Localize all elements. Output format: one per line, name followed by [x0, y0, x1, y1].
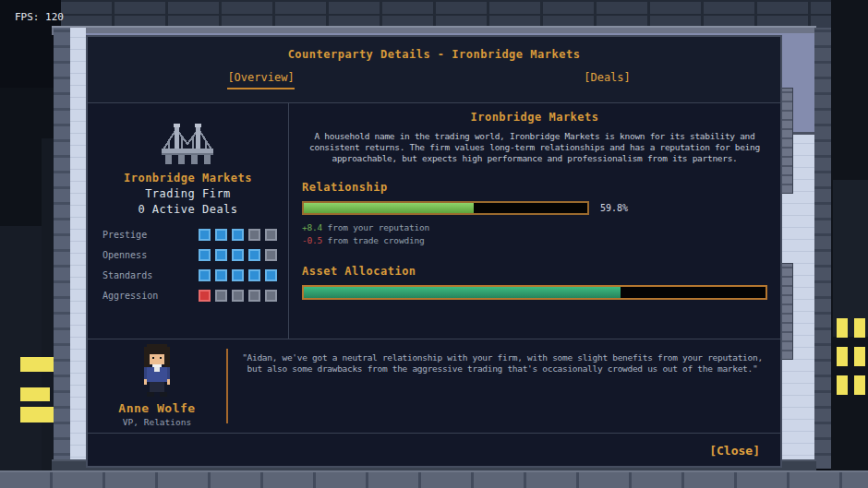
stat-square	[265, 290, 277, 302]
stat-square	[265, 229, 277, 241]
lit-window	[837, 347, 848, 366]
tab-deals-label: [Deals]	[584, 71, 631, 88]
firm-panel: Ironbridge Markets Trading Firm 0 Active…	[88, 103, 289, 339]
stat-square	[232, 229, 244, 241]
modal-title: Counterparty Details - Ironbridge Market…	[88, 37, 780, 61]
relationship-percent: 59.8%	[600, 203, 628, 213]
close-button[interactable]: [Close]	[704, 443, 766, 458]
tab-deals[interactable]: [Deals]	[434, 71, 780, 89]
stat-row-standards: Standards	[88, 269, 288, 281]
stat-square	[248, 290, 260, 302]
stat-square	[248, 269, 260, 281]
overview-panel: Ironbridge Markets A household name in t…	[289, 103, 780, 339]
lit-window	[20, 387, 50, 401]
lit-window	[20, 407, 54, 423]
stat-square	[215, 290, 227, 302]
lit-window	[837, 375, 848, 395]
modal-footer: [Close]	[88, 433, 780, 468]
overview-heading: Ironbridge Markets	[302, 111, 767, 124]
relationship-bar-fill	[304, 203, 474, 213]
brick-pillar-right	[814, 28, 833, 469]
stat-square	[248, 229, 260, 241]
tab-overview[interactable]: [Overview]	[88, 71, 434, 89]
stat-square	[199, 269, 211, 281]
tab-overview-label: [Overview]	[227, 71, 294, 89]
fps-counter: FPS: 120	[15, 11, 64, 23]
counterparty-details-modal: Counterparty Details - Ironbridge Market…	[86, 35, 782, 468]
stat-label: Standards	[102, 270, 152, 280]
lit-window	[854, 375, 865, 395]
stat-squares	[194, 249, 277, 261]
stat-label: Openness	[102, 250, 147, 260]
modifier-reputation: +8.4 from your reputation	[302, 222, 767, 232]
bridge-icon	[158, 116, 219, 166]
stat-squares	[194, 290, 277, 302]
brick-wall-bottom	[0, 470, 868, 488]
modifier-value: +8.4	[302, 222, 322, 232]
stat-square	[215, 229, 227, 241]
stat-square	[232, 249, 244, 261]
stat-square	[232, 290, 244, 302]
relationship-bar	[302, 201, 589, 215]
window-blind-right	[780, 88, 793, 194]
stat-squares	[194, 229, 277, 241]
advisor-card: Anne Wolfe VP, Relations	[88, 339, 226, 433]
stat-row-openness: Openness	[88, 249, 288, 261]
interior-wall-left	[70, 28, 86, 469]
asset-allocation-bar-row	[302, 285, 767, 300]
stat-row-aggression: Aggression	[88, 290, 288, 302]
stat-square	[199, 249, 211, 261]
modal-header: Counterparty Details - Ironbridge Market…	[88, 37, 780, 103]
relationship-bar-row: 59.8%	[302, 201, 767, 215]
asset-allocation-bar	[302, 285, 767, 300]
tab-bar: [Overview] [Deals]	[88, 71, 780, 89]
stat-label: Prestige	[102, 230, 147, 240]
advisor-name: Anne Wolfe	[118, 401, 195, 415]
advisor-quote: "Aidan, we've got a neutral relationship…	[228, 339, 780, 433]
lit-window	[854, 318, 865, 338]
stat-squares	[194, 269, 277, 281]
stat-square	[265, 249, 277, 261]
firm-name: Ironbridge Markets	[88, 172, 288, 184]
modifier-text: from your reputation	[328, 222, 429, 232]
stat-square	[248, 249, 260, 261]
modifier-text: from trade crowding	[328, 235, 425, 245]
asset-allocation-heading: Asset Allocation	[302, 265, 767, 278]
modal-body: Ironbridge Markets Trading Firm 0 Active…	[88, 103, 780, 339]
firm-type: Trading Firm	[88, 187, 288, 200]
advisor-title: VP, Relations	[123, 417, 191, 427]
advisor-section: Anne Wolfe VP, Relations "Aidan, we've g…	[88, 339, 780, 433]
modifier-trade-crowding: -0.5 from trade crowding	[302, 235, 767, 245]
stat-square	[232, 269, 244, 281]
stat-square	[265, 269, 277, 281]
city-building	[833, 180, 868, 337]
asset-allocation-bar-fill	[304, 287, 621, 298]
stat-label: Aggression	[102, 291, 158, 301]
window-blind-right	[780, 263, 793, 360]
brick-wall-top	[61, 0, 868, 28]
stat-square	[215, 249, 227, 261]
stat-square	[199, 290, 211, 302]
stat-square	[199, 229, 211, 241]
brick-pillar-left	[54, 28, 70, 469]
firm-active-deals: 0 Active Deals	[88, 203, 288, 216]
lit-window	[837, 318, 848, 338]
firm-description: A household name in the trading world, I…	[302, 131, 767, 164]
modifier-value: -0.5	[302, 235, 322, 245]
advisor-portrait	[137, 344, 177, 399]
relationship-modifiers: +8.4 from your reputation -0.5 from trad…	[302, 222, 767, 245]
stat-row-prestige: Prestige	[88, 229, 288, 241]
lit-window	[20, 357, 54, 372]
lit-window	[854, 347, 865, 366]
stat-square	[215, 269, 227, 281]
relationship-heading: Relationship	[302, 181, 767, 194]
firm-stats: PrestigeOpennessStandardsAggression	[88, 229, 288, 302]
